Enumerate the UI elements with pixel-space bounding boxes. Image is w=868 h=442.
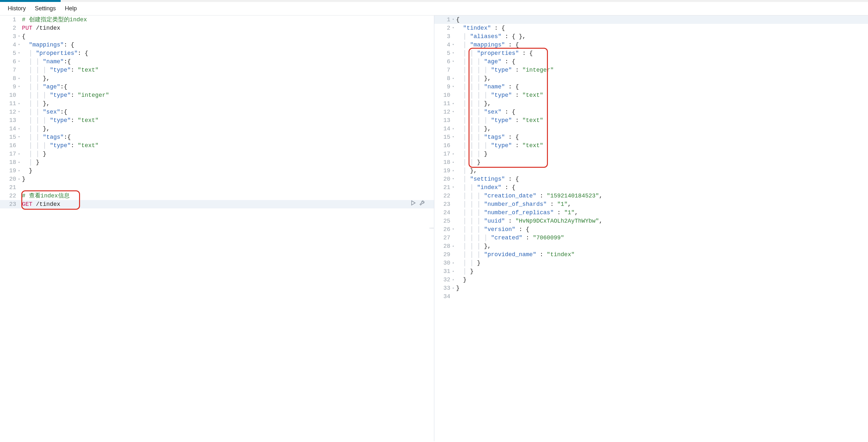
line-content[interactable]: │ │ } [454, 259, 868, 267]
line-content[interactable]: │ "mappings" : { [454, 41, 868, 49]
response-line[interactable]: 30▴ │ │ } [434, 259, 868, 267]
request-line[interactable]: 2PUT /tindex [0, 24, 434, 32]
response-line[interactable]: 13 │ │ │ │ "type" : "text" [434, 116, 868, 125]
line-content[interactable] [454, 292, 868, 301]
fold-toggle-icon[interactable]: ▴ [452, 125, 454, 133]
line-content[interactable]: │ │ "properties" : { [454, 49, 868, 57]
request-line[interactable]: 23GET /tindex [0, 200, 434, 209]
fold-toggle-icon[interactable]: ▾ [452, 83, 454, 91]
fold-toggle-icon[interactable]: ▾ [452, 15, 454, 24]
request-line[interactable]: 6▾ │ │ "name":{ [0, 57, 434, 66]
line-content[interactable]: │ │ │ │ "type" : "text" [454, 116, 868, 125]
response-line[interactable]: 8▴ │ │ │ }, [434, 74, 868, 83]
request-line[interactable]: 1# 创建指定类型的index [0, 15, 434, 24]
line-content[interactable]: │ │ }, [19, 99, 434, 108]
request-line[interactable]: 8▴ │ │ }, [0, 74, 434, 83]
line-content[interactable]: │ │ "age":{ [19, 83, 434, 91]
line-content[interactable]: │ "properties": { [19, 49, 434, 57]
line-content[interactable]: │ │ │ "number_of_replicas" : "1", [454, 209, 868, 217]
request-line[interactable]: 5▾ │ "properties": { [0, 49, 434, 57]
fold-toggle-icon[interactable]: ▾ [452, 133, 454, 141]
request-line[interactable]: 16 │ │ │ "type": "text" [0, 141, 434, 150]
fold-toggle-icon[interactable]: ▾ [18, 41, 20, 49]
line-content[interactable]: │ │ │ "version" : { [454, 225, 868, 233]
line-content[interactable]: │ │ }, [19, 74, 434, 83]
fold-toggle-icon[interactable]: ▾ [18, 133, 20, 141]
line-content[interactable]: PUT /tindex [19, 24, 434, 32]
fold-toggle-icon[interactable]: ▾ [18, 49, 20, 57]
response-viewer-pane[interactable]: 1▾{2▾ "tindex" : {3 │ "aliases" : { },4▾… [434, 15, 868, 441]
response-line[interactable]: 23 │ │ │ "number_of_shards" : "1", [434, 200, 868, 209]
play-icon[interactable] [410, 200, 416, 209]
line-content[interactable]: "mappings": { [19, 41, 434, 49]
line-content[interactable]: │ │ │ "type": "text" [19, 141, 434, 150]
request-line[interactable]: 9▾ │ │ "age":{ [0, 83, 434, 91]
line-content[interactable]: │ │ │ "tags" : { [454, 133, 868, 141]
line-content[interactable]: │ │ │ "creation_date" : "1592140184523", [454, 192, 868, 200]
response-line[interactable]: 29 │ │ │ "provided_name" : "tindex" [434, 250, 868, 259]
response-line[interactable]: 2▾ "tindex" : { [434, 24, 868, 32]
fold-toggle-icon[interactable]: ▾ [452, 183, 454, 192]
line-content[interactable]: │ │ │ "age" : { [454, 57, 868, 66]
response-line[interactable]: 27 │ │ │ │ "created" : "7060099" [434, 233, 868, 242]
line-content[interactable]: │ │ │ │ "type" : "text" [454, 141, 868, 150]
line-content[interactable]: │ │ │ }, [454, 125, 868, 133]
response-line[interactable]: 4▾ │ "mappings" : { [434, 41, 868, 49]
fold-toggle-icon[interactable]: ▴ [452, 158, 454, 166]
request-line[interactable]: 15▾ │ │ "tags":{ [0, 133, 434, 141]
line-content[interactable]: │ │ │ "type": "integer" [19, 91, 434, 99]
line-content[interactable]: │ │ │ "uuid" : "HvNp9DCxTAOLh2AyThWYbw", [454, 217, 868, 225]
response-line[interactable]: 33▴} [434, 284, 868, 292]
line-content[interactable]: │ "settings" : { [454, 175, 868, 183]
response-line[interactable]: 17▴ │ │ │ } [434, 150, 868, 158]
fold-toggle-icon[interactable]: ▾ [452, 175, 454, 183]
line-content[interactable]: } [454, 276, 868, 284]
splitter-handle[interactable]: ⋮ [429, 226, 434, 231]
request-line[interactable]: 11▴ │ │ }, [0, 99, 434, 108]
line-content[interactable] [19, 183, 434, 192]
menu-help[interactable]: Help [65, 5, 77, 12]
fold-toggle-icon[interactable]: ▴ [452, 284, 454, 292]
response-line[interactable]: 14▴ │ │ │ }, [434, 125, 868, 133]
request-line[interactable]: 10 │ │ │ "type": "integer" [0, 91, 434, 99]
fold-toggle-icon[interactable]: ▴ [452, 276, 454, 284]
request-line[interactable]: 14▴ │ │ }, [0, 125, 434, 133]
line-content[interactable]: │ "aliases" : { }, [454, 32, 868, 41]
response-line[interactable]: 16 │ │ │ │ "type" : "text" [434, 141, 868, 150]
line-content[interactable]: "tindex" : { [454, 24, 868, 32]
line-content[interactable]: │ │ │ "name" : { [454, 83, 868, 91]
menu-history[interactable]: History [8, 5, 26, 12]
response-line[interactable]: 12▾ │ │ │ "sex" : { [434, 108, 868, 116]
request-line[interactable]: 3▾{ [0, 32, 434, 41]
request-line[interactable]: 20▴} [0, 175, 434, 183]
request-line[interactable]: 13 │ │ │ "type": "text" [0, 116, 434, 125]
fold-toggle-icon[interactable]: ▴ [452, 267, 454, 276]
line-content[interactable]: │ │ │ "provided_name" : "tindex" [454, 250, 868, 259]
fold-toggle-icon[interactable]: ▴ [18, 175, 20, 183]
line-content[interactable]: } [454, 284, 868, 292]
fold-toggle-icon[interactable]: ▾ [452, 24, 454, 32]
response-line[interactable]: 1▾{ [434, 15, 868, 24]
fold-toggle-icon[interactable]: ▾ [452, 57, 454, 66]
request-line[interactable]: 21 [0, 183, 434, 192]
fold-toggle-icon[interactable]: ▾ [452, 41, 454, 49]
line-content[interactable]: │ │ │ "type": "text" [19, 66, 434, 74]
fold-toggle-icon[interactable]: ▴ [18, 166, 20, 175]
line-content[interactable]: │ │ │ } [454, 150, 868, 158]
fold-toggle-icon[interactable]: ▴ [18, 99, 20, 108]
response-line[interactable]: 11▴ │ │ │ }, [434, 99, 868, 108]
response-line[interactable]: 9▾ │ │ │ "name" : { [434, 83, 868, 91]
fold-toggle-icon[interactable]: ▴ [452, 259, 454, 267]
fold-toggle-icon[interactable]: ▴ [452, 74, 454, 83]
response-line[interactable]: 19▴ │ }, [434, 166, 868, 175]
line-content[interactable]: │ │ │ "type": "text" [19, 116, 434, 125]
line-content[interactable]: │ │ │ }, [454, 74, 868, 83]
line-content[interactable]: │ } [19, 158, 434, 166]
request-line[interactable]: 18▴ │ } [0, 158, 434, 166]
line-content[interactable]: │ } [454, 267, 868, 276]
line-content[interactable]: │ │ │ }, [454, 99, 868, 108]
fold-toggle-icon[interactable]: ▴ [18, 158, 20, 166]
fold-toggle-icon[interactable]: ▾ [18, 57, 20, 66]
line-content[interactable]: │ │ "index" : { [454, 183, 868, 192]
line-content[interactable]: │ │ │ "number_of_shards" : "1", [454, 200, 868, 209]
